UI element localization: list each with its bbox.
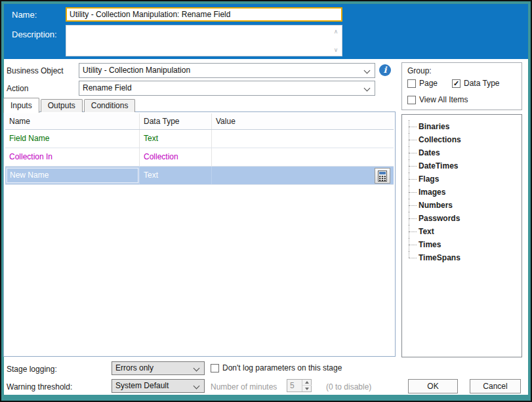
table-header-row: Name Data Type Value [5,113,394,130]
tree-item-timespans[interactable]: TimeSpans [402,251,522,264]
page-checkbox[interactable]: ✓ [407,79,416,88]
business-object-select[interactable]: Utility - Collection Manipulation [79,63,375,78]
tree-item-binaries[interactable]: Binaries [402,120,522,133]
column-header-datatype[interactable]: Data Type [140,113,212,129]
page-checkbox-label[interactable]: Page [419,79,438,88]
info-icon[interactable]: i [379,64,391,76]
name-input[interactable] [66,7,342,22]
data-type-checkbox[interactable]: ✓ [452,79,460,88]
description-label: Description: [12,30,57,39]
minutes-value: 5 [290,381,295,390]
triangle-up-icon [305,381,309,384]
view-all-items-checkbox[interactable]: ✓ [407,96,416,104]
tree-item-images[interactable]: Images [402,186,522,199]
tab-strip: Inputs Outputs Conditions [3,98,136,112]
param-value[interactable] [212,148,394,166]
group-label: Group: [407,66,432,75]
expression-edit-button[interactable] [375,168,390,184]
param-datatype: Text [140,130,212,148]
scroll-up-icon[interactable]: ∧ [331,28,341,35]
action-label: Action [7,84,28,93]
warning-threshold-label: Warning threshold: [7,382,72,392]
table-row[interactable]: Collection In Collection [5,148,394,167]
data-type-tree[interactable]: Binaries Collections Dates DateTimes Fla… [401,114,522,357]
table-row[interactable]: Field Name Text [5,130,394,148]
spinner-buttons [302,380,311,392]
stage-logging-label: Stage logging: [7,365,57,374]
description-textarea[interactable]: ∧ ∨ [66,25,342,56]
column-header-value[interactable]: Value [212,113,394,129]
chevron-down-icon [364,68,371,74]
dont-log-label[interactable]: Don't log parameters on this stage [222,363,342,372]
tree-item-text[interactable]: Text [402,225,522,238]
chevron-down-icon [364,85,371,92]
warning-threshold-select[interactable]: System Default [112,379,205,393]
description-scrollbar[interactable]: ∧ ∨ [331,26,341,55]
column-header-name[interactable]: Name [5,113,140,129]
param-datatype: Collection [140,148,212,166]
minutes-spinner[interactable]: 5 [287,379,312,392]
spinner-up-button[interactable] [302,380,312,386]
dialog-header: Name: Description: ∧ ∨ [4,4,528,59]
number-of-minutes-label: Number of minutes [211,382,277,392]
tab-inputs[interactable]: Inputs [3,98,39,113]
check-icon: ✓ [453,80,459,87]
data-type-checkbox-label[interactable]: Data Type [464,79,499,88]
ok-button[interactable]: OK [408,379,458,393]
tree-item-flags[interactable]: Flags [402,172,522,186]
view-all-items-checkbox-label[interactable]: View All Items [419,95,468,104]
business-object-value: Utility - Collection Manipulation [83,66,190,75]
action-value: Rename Field [83,83,132,92]
business-object-label: Business Object [7,66,64,75]
param-name[interactable]: Collection In [5,148,140,166]
calculator-icon [378,171,387,182]
param-datatype: Text [140,167,212,184]
scroll-down-icon[interactable]: ∨ [331,46,341,54]
tree-item-dates[interactable]: Dates [402,146,522,159]
chevron-down-icon [194,365,200,372]
cancel-button[interactable]: Cancel [470,379,521,393]
params-table: Name Data Type Value Field Name Text Col… [3,111,396,357]
param-name-editbox[interactable]: New Name [7,168,138,183]
action-properties-dialog: Name: Description: ∧ ∨ Business Object U… [0,0,532,402]
param-value[interactable] [212,130,394,148]
name-label: Name: [12,10,37,20]
param-value[interactable] [212,167,394,184]
tab-outputs[interactable]: Outputs [41,99,83,112]
action-select[interactable]: Rename Field [79,81,375,96]
tree-item-times[interactable]: Times [402,238,522,251]
triangle-down-icon [305,388,309,390]
param-name[interactable]: Field Name [5,130,140,148]
stage-logging-value: Errors only [115,363,153,372]
tab-conditions[interactable]: Conditions [84,99,136,112]
group-box: Group: ✓ Page ✓ Data Type ✓ View All Ite… [401,62,522,110]
stage-logging-select[interactable]: Errors only [112,361,205,375]
tree-item-passwords[interactable]: Passwords [402,212,522,225]
tree-item-datetimes[interactable]: DateTimes [402,159,522,172]
param-name-cell[interactable]: New Name [5,167,140,184]
table-row[interactable]: New Name Text [5,167,394,185]
chevron-down-icon [194,383,200,390]
disable-hint: (0 to disable) [326,382,371,392]
tree-item-numbers[interactable]: Numbers [402,199,522,212]
warning-threshold-value: System Default [115,381,169,390]
spinner-down-button[interactable] [302,386,312,392]
tree-item-collections[interactable]: Collections [402,133,522,146]
dont-log-checkbox[interactable]: ✓ [211,364,219,372]
